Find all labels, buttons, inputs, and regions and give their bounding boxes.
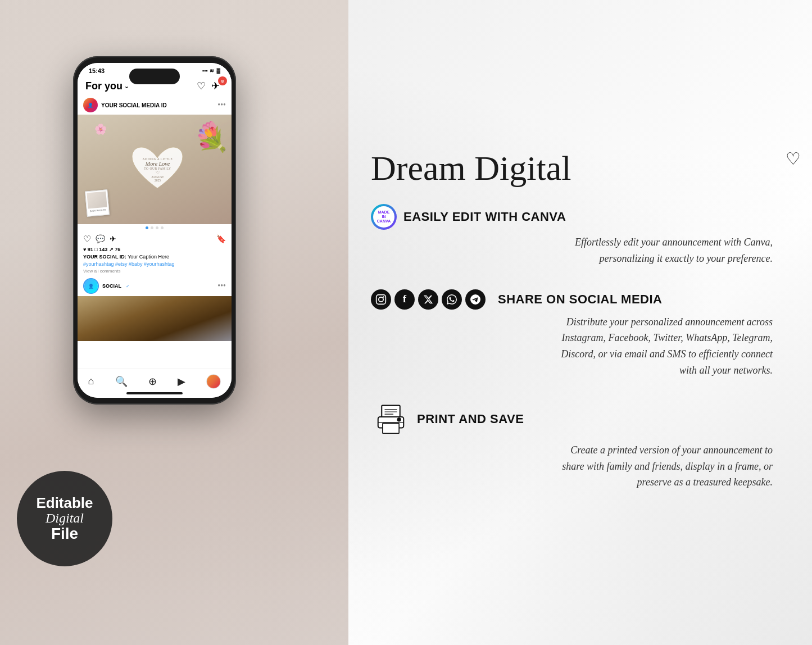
notification-badge: 8 — [218, 76, 227, 85]
feature-social-header: f — [371, 289, 778, 310]
feature-print-title: PRINT AND SAVE — [417, 412, 524, 426]
badge-line3: File — [51, 526, 78, 542]
feature-social-desc: Distribute your personalized announcemen… — [371, 314, 778, 379]
feature-canva-title: EASILY EDIT WITH CANVA — [403, 210, 566, 224]
nav-search-icon[interactable]: 🔍 — [115, 375, 128, 388]
instagram-icon — [371, 289, 391, 310]
dm-wrapper: ✈ 8 — [211, 80, 224, 92]
verified-icon: ✓ — [126, 284, 130, 289]
polaroid-photo: BABY WALKER — [85, 189, 110, 216]
feature-social: f — [371, 289, 778, 379]
likes-row: ♥ 91 □ 143 ↗ 76 — [78, 247, 232, 253]
chevron-down-icon: ⌄ — [124, 83, 129, 89]
ig-foryou: For you ⌄ — [85, 80, 129, 92]
second-avatar-ring: 👤 — [83, 278, 99, 294]
home-indicator — [126, 392, 183, 394]
dot-3 — [156, 226, 158, 229]
canva-logo: MADEINCANVA — [373, 206, 394, 228]
second-more-icon[interactable]: ••• — [217, 281, 226, 290]
print-icon — [373, 402, 409, 436]
ig-actions: ♡ ✈ 8 — [197, 80, 224, 92]
brand-title: Dream Digital — [371, 149, 571, 187]
badge-line2: Digital — [46, 510, 84, 526]
wifi-icon: ≋ — [210, 68, 214, 74]
image-dots — [78, 224, 232, 231]
likes-count: ♥ 91 □ 143 ↗ 76 — [83, 247, 120, 252]
dot-2 — [151, 226, 153, 229]
nav-profile-icon[interactable] — [206, 374, 221, 389]
nav-home-icon[interactable]: ⌂ — [88, 375, 94, 387]
left-section: Editable Digital File 15:43 spacer ▪▪▪ ≋… — [0, 0, 348, 645]
facebook-icon: f — [394, 289, 415, 310]
caption-hashtags: #yourhashtag #etsy #baby #yourhashtag — [83, 261, 175, 267]
phone-wrapper: 15:43 spacer ▪▪▪ ≋ ▓ For you ⌄ — [73, 56, 236, 405]
nav-reels-icon[interactable]: ▶ — [178, 375, 185, 388]
dynamic-island — [129, 69, 180, 84]
feature-print-header: PRINT AND SAVE — [371, 401, 778, 438]
ig-post-header: 👤 YOUR SOCIAL MEDIA ID ••• — [78, 96, 232, 115]
flower-left-icon: 🌸 — [94, 123, 107, 135]
brand-title-wrapper: Dream Digital ♡ — [371, 149, 778, 187]
svg-rect-9 — [382, 424, 398, 434]
svg-rect-0 — [376, 294, 386, 304]
second-post-header: 👤 SOCIAL ✓ ••• — [78, 276, 232, 296]
twitter-x-icon — [418, 289, 438, 310]
print-icon-wrapper — [371, 401, 410, 438]
brand-heart-icon: ♡ — [786, 149, 801, 169]
heart-text-line6: 2025 — [134, 179, 182, 182]
svg-point-10 — [397, 419, 400, 421]
image-content: 🌷 BABY WALKER 🌸 — [78, 115, 232, 224]
badge-line1: Editable — [36, 496, 93, 510]
phone-frame: 15:43 spacer ▪▪▪ ≋ ▓ For you ⌄ — [73, 56, 236, 405]
battery-icon: ▓ — [216, 68, 220, 74]
heart-text-line2: More Love — [134, 161, 182, 167]
signal-icon: ▪▪▪ — [202, 68, 208, 74]
second-avatar: 👤 — [84, 279, 98, 293]
feature-print: PRINT AND SAVE Create a printed version … — [371, 401, 778, 490]
nav-add-icon[interactable]: ⊕ — [148, 375, 157, 388]
view-comments-link[interactable]: View all comments — [83, 269, 121, 274]
ig-post-image: 🌷 BABY WALKER 🌸 — [78, 115, 232, 224]
feature-canva-header: MADEINCANVA EASILY EDIT WITH CANVA — [371, 204, 778, 230]
ig-username: YOUR SOCIAL MEDIA ID — [101, 102, 167, 108]
heart-text: ADDING A LITTLE More Love TO OUR FAMILY … — [134, 157, 182, 182]
second-post-user: 👤 SOCIAL ✓ — [83, 278, 130, 294]
second-username: SOCIAL — [102, 283, 121, 289]
feature-canva: MADEINCANVA EASILY EDIT WITH CANVA Effor… — [371, 204, 778, 267]
bookmark-icon[interactable]: 🔖 — [216, 234, 226, 244]
feed-label: For you — [85, 80, 123, 92]
like-icon[interactable]: ♡ — [197, 80, 206, 92]
editable-badge: Editable Digital File — [17, 471, 112, 566]
social-icons-row: f — [371, 289, 486, 310]
comments-row[interactable]: View all comments — [78, 269, 232, 276]
feature-canva-desc: Effortlessly edit your announcement with… — [371, 234, 778, 267]
comment-icon[interactable]: 💬 — [96, 234, 105, 244]
whatsapp-icon — [442, 289, 462, 310]
avatar: 👤 — [83, 98, 98, 112]
caption-text: Your Caption Here — [128, 254, 169, 260]
feature-social-title: SHARE ON SOCIAL MEDIA — [498, 292, 662, 307]
feature-print-desc: Create a printed version of your announc… — [371, 442, 778, 490]
post-actions: ♡ 💬 ✈ 🔖 — [78, 231, 232, 247]
dot-1 — [146, 226, 148, 229]
heart-symbol: ♡ — [134, 170, 182, 175]
canva-badge: MADEINCANVA — [371, 204, 397, 230]
caption-username: YOUR SOCIAL ID: — [83, 254, 126, 260]
canva-text: MADEINCANVA — [377, 210, 391, 223]
main-container: Editable Digital File 15:43 spacer ▪▪▪ ≋… — [0, 0, 812, 645]
phone-screen: 15:43 spacer ▪▪▪ ≋ ▓ For you ⌄ — [78, 63, 232, 398]
telegram-icon — [465, 289, 486, 310]
heart-card: ADDING A LITTLE More Love TO OUR FAMILY … — [126, 139, 188, 201]
dot-4 — [161, 226, 164, 229]
share-icon[interactable]: ✈ — [110, 234, 116, 244]
post-left-actions: ♡ 💬 ✈ — [83, 234, 116, 244]
polaroid-label: BABY WALKER — [90, 208, 106, 212]
caption-row: YOUR SOCIAL ID: Your Caption Here #yourh… — [78, 253, 232, 269]
heart-action-icon[interactable]: ♡ — [83, 234, 91, 244]
svg-point-2 — [383, 296, 384, 298]
status-time: 15:43 — [89, 67, 105, 74]
status-icons: ▪▪▪ ≋ ▓ — [202, 68, 220, 74]
more-options-icon[interactable]: ••• — [217, 101, 226, 110]
svg-point-1 — [379, 297, 383, 301]
ig-post-user: 👤 YOUR SOCIAL MEDIA ID — [83, 98, 167, 112]
